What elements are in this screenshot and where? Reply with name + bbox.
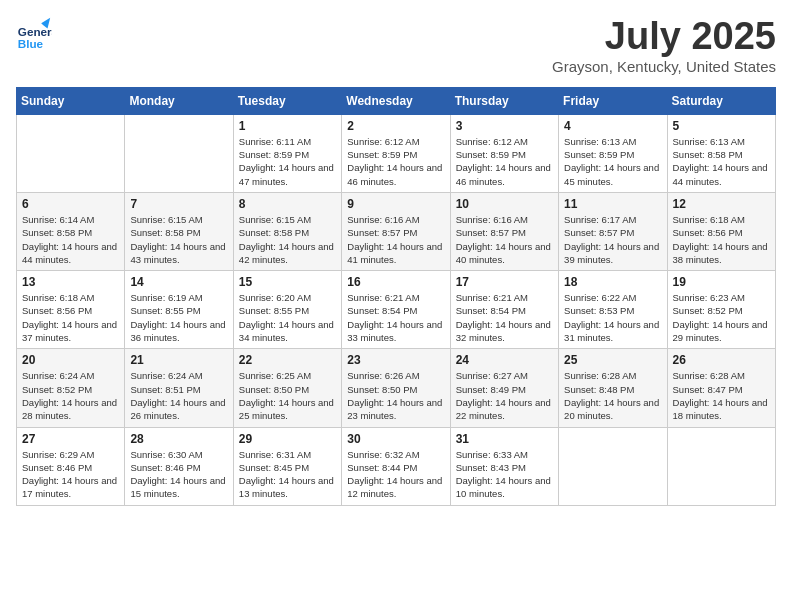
calendar-cell [559,427,667,505]
calendar-cell: 11Sunrise: 6:17 AM Sunset: 8:57 PM Dayli… [559,192,667,270]
title-block: July 2025 Grayson, Kentucky, United Stat… [552,16,776,75]
calendar-cell: 23Sunrise: 6:26 AM Sunset: 8:50 PM Dayli… [342,349,450,427]
day-info: Sunrise: 6:16 AM Sunset: 8:57 PM Dayligh… [347,213,444,266]
day-number: 31 [456,432,553,446]
calendar-cell: 29Sunrise: 6:31 AM Sunset: 8:45 PM Dayli… [233,427,341,505]
calendar-cell: 18Sunrise: 6:22 AM Sunset: 8:53 PM Dayli… [559,271,667,349]
logo: General Blue [16,16,52,52]
day-info: Sunrise: 6:12 AM Sunset: 8:59 PM Dayligh… [456,135,553,188]
calendar-week-3: 13Sunrise: 6:18 AM Sunset: 8:56 PM Dayli… [17,271,776,349]
day-info: Sunrise: 6:24 AM Sunset: 8:52 PM Dayligh… [22,369,119,422]
calendar-week-4: 20Sunrise: 6:24 AM Sunset: 8:52 PM Dayli… [17,349,776,427]
calendar-cell: 19Sunrise: 6:23 AM Sunset: 8:52 PM Dayli… [667,271,775,349]
day-info: Sunrise: 6:14 AM Sunset: 8:58 PM Dayligh… [22,213,119,266]
day-number: 27 [22,432,119,446]
day-info: Sunrise: 6:26 AM Sunset: 8:50 PM Dayligh… [347,369,444,422]
calendar-cell [125,114,233,192]
calendar-week-2: 6Sunrise: 6:14 AM Sunset: 8:58 PM Daylig… [17,192,776,270]
day-number: 21 [130,353,227,367]
day-number: 11 [564,197,661,211]
day-number: 14 [130,275,227,289]
day-info: Sunrise: 6:16 AM Sunset: 8:57 PM Dayligh… [456,213,553,266]
day-number: 9 [347,197,444,211]
day-info: Sunrise: 6:20 AM Sunset: 8:55 PM Dayligh… [239,291,336,344]
day-info: Sunrise: 6:15 AM Sunset: 8:58 PM Dayligh… [130,213,227,266]
day-info: Sunrise: 6:24 AM Sunset: 8:51 PM Dayligh… [130,369,227,422]
day-info: Sunrise: 6:29 AM Sunset: 8:46 PM Dayligh… [22,448,119,501]
calendar-cell: 17Sunrise: 6:21 AM Sunset: 8:54 PM Dayli… [450,271,558,349]
calendar-cell: 3Sunrise: 6:12 AM Sunset: 8:59 PM Daylig… [450,114,558,192]
day-number: 16 [347,275,444,289]
calendar-cell: 6Sunrise: 6:14 AM Sunset: 8:58 PM Daylig… [17,192,125,270]
day-number: 29 [239,432,336,446]
day-number: 3 [456,119,553,133]
day-info: Sunrise: 6:15 AM Sunset: 8:58 PM Dayligh… [239,213,336,266]
day-info: Sunrise: 6:21 AM Sunset: 8:54 PM Dayligh… [456,291,553,344]
day-info: Sunrise: 6:28 AM Sunset: 8:48 PM Dayligh… [564,369,661,422]
day-number: 18 [564,275,661,289]
calendar-cell: 20Sunrise: 6:24 AM Sunset: 8:52 PM Dayli… [17,349,125,427]
day-info: Sunrise: 6:30 AM Sunset: 8:46 PM Dayligh… [130,448,227,501]
day-info: Sunrise: 6:27 AM Sunset: 8:49 PM Dayligh… [456,369,553,422]
day-number: 2 [347,119,444,133]
day-number: 6 [22,197,119,211]
day-info: Sunrise: 6:22 AM Sunset: 8:53 PM Dayligh… [564,291,661,344]
calendar-cell [17,114,125,192]
day-info: Sunrise: 6:13 AM Sunset: 8:59 PM Dayligh… [564,135,661,188]
calendar-cell: 16Sunrise: 6:21 AM Sunset: 8:54 PM Dayli… [342,271,450,349]
svg-text:Blue: Blue [18,37,44,50]
day-number: 30 [347,432,444,446]
col-saturday: Saturday [667,87,775,114]
day-info: Sunrise: 6:13 AM Sunset: 8:58 PM Dayligh… [673,135,770,188]
col-wednesday: Wednesday [342,87,450,114]
calendar-cell: 26Sunrise: 6:28 AM Sunset: 8:47 PM Dayli… [667,349,775,427]
col-thursday: Thursday [450,87,558,114]
calendar-cell: 24Sunrise: 6:27 AM Sunset: 8:49 PM Dayli… [450,349,558,427]
col-monday: Monday [125,87,233,114]
day-info: Sunrise: 6:33 AM Sunset: 8:43 PM Dayligh… [456,448,553,501]
day-number: 28 [130,432,227,446]
day-info: Sunrise: 6:21 AM Sunset: 8:54 PM Dayligh… [347,291,444,344]
day-number: 25 [564,353,661,367]
calendar-cell: 2Sunrise: 6:12 AM Sunset: 8:59 PM Daylig… [342,114,450,192]
col-tuesday: Tuesday [233,87,341,114]
day-number: 7 [130,197,227,211]
calendar-cell: 31Sunrise: 6:33 AM Sunset: 8:43 PM Dayli… [450,427,558,505]
day-info: Sunrise: 6:12 AM Sunset: 8:59 PM Dayligh… [347,135,444,188]
day-info: Sunrise: 6:18 AM Sunset: 8:56 PM Dayligh… [673,213,770,266]
day-number: 15 [239,275,336,289]
col-friday: Friday [559,87,667,114]
calendar-cell: 15Sunrise: 6:20 AM Sunset: 8:55 PM Dayli… [233,271,341,349]
day-info: Sunrise: 6:17 AM Sunset: 8:57 PM Dayligh… [564,213,661,266]
calendar-cell: 21Sunrise: 6:24 AM Sunset: 8:51 PM Dayli… [125,349,233,427]
day-info: Sunrise: 6:28 AM Sunset: 8:47 PM Dayligh… [673,369,770,422]
calendar-table: Sunday Monday Tuesday Wednesday Thursday… [16,87,776,506]
day-number: 5 [673,119,770,133]
day-number: 8 [239,197,336,211]
day-number: 24 [456,353,553,367]
calendar-cell: 5Sunrise: 6:13 AM Sunset: 8:58 PM Daylig… [667,114,775,192]
calendar-cell: 22Sunrise: 6:25 AM Sunset: 8:50 PM Dayli… [233,349,341,427]
day-info: Sunrise: 6:23 AM Sunset: 8:52 PM Dayligh… [673,291,770,344]
calendar-header-row: Sunday Monday Tuesday Wednesday Thursday… [17,87,776,114]
calendar-cell: 13Sunrise: 6:18 AM Sunset: 8:56 PM Dayli… [17,271,125,349]
month-title: July 2025 [552,16,776,58]
calendar-week-1: 1Sunrise: 6:11 AM Sunset: 8:59 PM Daylig… [17,114,776,192]
calendar-cell: 12Sunrise: 6:18 AM Sunset: 8:56 PM Dayli… [667,192,775,270]
calendar-cell: 10Sunrise: 6:16 AM Sunset: 8:57 PM Dayli… [450,192,558,270]
day-number: 17 [456,275,553,289]
day-number: 26 [673,353,770,367]
logo-icon: General Blue [16,16,52,52]
calendar-cell: 8Sunrise: 6:15 AM Sunset: 8:58 PM Daylig… [233,192,341,270]
day-info: Sunrise: 6:31 AM Sunset: 8:45 PM Dayligh… [239,448,336,501]
calendar-cell: 4Sunrise: 6:13 AM Sunset: 8:59 PM Daylig… [559,114,667,192]
day-number: 1 [239,119,336,133]
calendar-week-5: 27Sunrise: 6:29 AM Sunset: 8:46 PM Dayli… [17,427,776,505]
day-number: 23 [347,353,444,367]
day-number: 22 [239,353,336,367]
day-info: Sunrise: 6:32 AM Sunset: 8:44 PM Dayligh… [347,448,444,501]
calendar-cell: 27Sunrise: 6:29 AM Sunset: 8:46 PM Dayli… [17,427,125,505]
day-info: Sunrise: 6:11 AM Sunset: 8:59 PM Dayligh… [239,135,336,188]
location: Grayson, Kentucky, United States [552,58,776,75]
day-number: 4 [564,119,661,133]
